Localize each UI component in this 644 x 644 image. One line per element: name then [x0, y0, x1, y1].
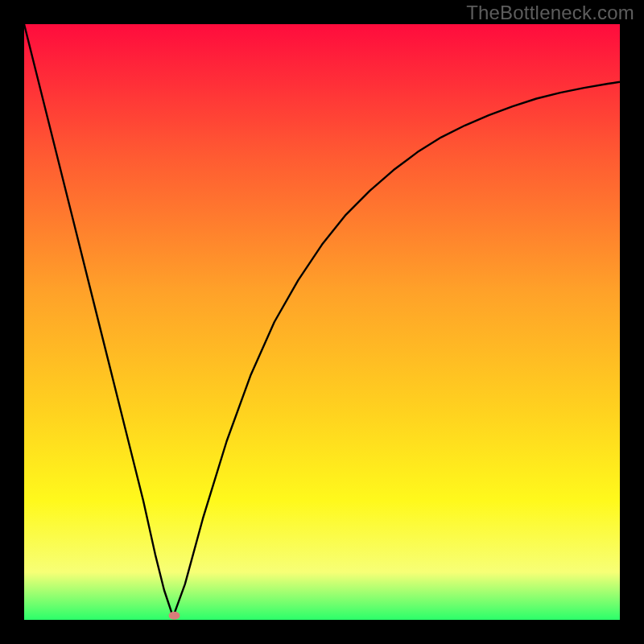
plot-area [24, 24, 620, 620]
bottleneck-chart-svg [24, 24, 620, 620]
watermark-label: TheBottleneck.com [466, 2, 634, 24]
chart-frame: TheBottleneck.com [0, 0, 644, 644]
optimum-marker [168, 612, 180, 620]
gradient-background [24, 24, 620, 620]
